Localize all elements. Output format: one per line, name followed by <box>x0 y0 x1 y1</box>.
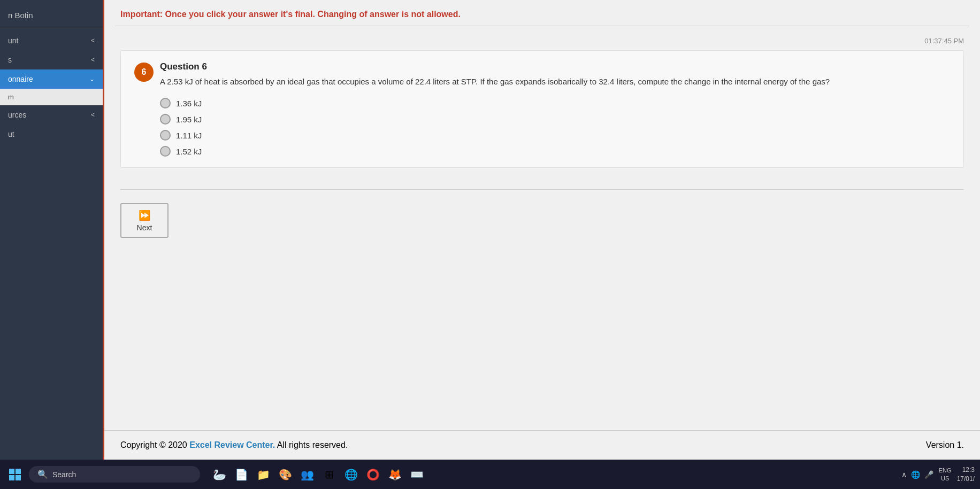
option-c-label: 1.11 kJ <box>176 131 202 140</box>
teams-icon: 👥 <box>301 468 314 481</box>
sidebar-item-unt[interactable]: unt < <box>0 31 103 50</box>
clock-date: 17/01/ <box>957 475 975 484</box>
rights-text: All rights reserved. <box>275 440 348 449</box>
option-c[interactable]: 1.11 kJ <box>160 130 950 141</box>
clock: 12:3 17/01/ <box>957 465 975 484</box>
radio-c[interactable] <box>160 130 171 141</box>
sidebar-user: n Botin <box>0 5 103 25</box>
sidebar-item-s[interactable]: s < <box>0 50 103 69</box>
colorwheel-icon: 🎨 <box>279 468 292 481</box>
win-sq-2 <box>16 469 21 474</box>
sidebar-divider <box>0 28 103 28</box>
file-icon: 📄 <box>235 468 248 481</box>
radio-a[interactable] <box>160 98 171 108</box>
chevron-icon: < <box>91 56 95 64</box>
taskbar-terminal-icon[interactable]: ⌨️ <box>407 465 426 484</box>
search-icon: 🔍 <box>37 469 48 479</box>
option-b-label: 1.95 kJ <box>176 115 202 124</box>
sidebar-item-label: onnaire <box>8 75 33 83</box>
question-text: A 2.53 kJ of heat is absorbed by an idea… <box>160 75 830 88</box>
sidebar-item-urces[interactable]: urces < <box>0 105 103 125</box>
important-notice: Important: Once you click your answer it… <box>120 10 964 19</box>
option-a-label: 1.36 kJ <box>176 99 202 108</box>
question-number-icon: 6 <box>134 63 154 82</box>
taskbar-fox-icon[interactable]: 🦊 <box>385 465 404 484</box>
taskbar-chrome-icon[interactable]: ⭕ <box>363 465 382 484</box>
tray-arrow-icon[interactable]: ∧ <box>901 470 907 479</box>
bird-icon: 🦢 <box>213 468 226 481</box>
main-content: Important: Once you click your answer it… <box>104 0 980 460</box>
lang-us: US <box>939 475 952 482</box>
option-d[interactable]: 1.52 kJ <box>160 146 950 157</box>
taskbar-colorwheel-icon[interactable]: 🎨 <box>275 465 295 484</box>
question-area: 01:37:45 PM 6 Question 6 A 2.53 kJ of he… <box>104 26 980 178</box>
footer-link[interactable]: Excel Review Center. <box>189 440 275 449</box>
taskbar-icons: 🦢 📄 📁 🎨 👥 ⊞ 🌐 ⭕ 🦊 ⌨️ <box>204 465 897 484</box>
search-bar[interactable]: 🔍 Search <box>29 466 200 483</box>
question-card: 6 Question 6 A 2.53 kJ of heat is absorb… <box>120 50 964 168</box>
button-area: ⏩ Next <box>104 200 980 249</box>
fox-icon: 🦊 <box>388 468 402 481</box>
terminal-icon: ⌨️ <box>410 468 424 481</box>
footer-version: Version 1. <box>926 440 964 450</box>
question-title: Question 6 <box>160 61 830 72</box>
radio-b[interactable] <box>160 114 171 125</box>
taskbar: 🔍 Search 🦢 📄 📁 🎨 👥 ⊞ 🌐 ⭕ 🦊 <box>0 460 980 489</box>
win-sq-4 <box>16 475 21 480</box>
timestamp: 01:37:45 PM <box>120 37 964 45</box>
options-list: 1.36 kJ 1.95 kJ 1.11 kJ 1.52 kJ <box>134 98 950 157</box>
win-sq-1 <box>9 469 14 474</box>
chevron-icon: < <box>91 111 95 119</box>
footer-copyright: Copyright © 2020 Excel Review Center. Al… <box>120 440 348 450</box>
question-header: 6 Question 6 A 2.53 kJ of heat is absorb… <box>134 61 950 88</box>
clock-time: 12:3 <box>957 465 975 475</box>
grid-icon: ⊞ <box>325 468 334 481</box>
taskbar-teams-icon[interactable]: 👥 <box>297 465 317 484</box>
start-button[interactable] <box>5 465 25 484</box>
taskbar-grid-icon[interactable]: ⊞ <box>319 465 339 484</box>
notice-area: Important: Once you click your answer it… <box>104 0 980 26</box>
taskbar-bird-icon[interactable]: 🦢 <box>210 465 229 484</box>
taskbar-right: ∧ 🌐 🎤 ENG US 12:3 17/01/ <box>901 465 975 484</box>
taskbar-edge-icon[interactable]: 🌐 <box>341 465 361 484</box>
windows-icon <box>9 469 21 480</box>
chrome-icon: ⭕ <box>366 468 380 481</box>
sidebar-item-label: ut <box>8 130 14 138</box>
next-label: Next <box>137 223 152 232</box>
footer: Copyright © 2020 Excel Review Center. Al… <box>104 430 980 460</box>
search-text: Search <box>52 470 76 479</box>
sidebar: n Botin unt < s < onnaire ⌄ m urces < ut <box>0 0 104 460</box>
radio-d[interactable] <box>160 146 171 157</box>
option-d-label: 1.52 kJ <box>176 147 202 156</box>
taskbar-folder-icon[interactable]: 📁 <box>254 465 273 484</box>
taskbar-file-icon[interactable]: 📄 <box>232 465 251 484</box>
next-arrow-icon: ⏩ <box>139 209 150 221</box>
sidebar-item-label: unt <box>8 36 18 45</box>
mic-icon[interactable]: 🎤 <box>924 470 933 479</box>
chevron-icon: < <box>91 37 95 44</box>
option-a[interactable]: 1.36 kJ <box>160 98 950 108</box>
win-sq-3 <box>9 475 14 480</box>
folder-icon: 📁 <box>257 468 270 481</box>
sidebar-item-label: s <box>8 56 12 64</box>
edge-icon: 🌐 <box>344 468 358 481</box>
sidebar-item-ut[interactable]: ut <box>0 125 103 144</box>
lang-eng: ENG <box>939 467 952 474</box>
copyright-text: Copyright © 2020 <box>120 440 189 449</box>
sidebar-label: m <box>8 93 14 101</box>
language-indicator: ENG US <box>939 467 952 482</box>
chevron-icon: ⌄ <box>89 75 95 83</box>
next-button[interactable]: ⏩ Next <box>120 203 169 238</box>
network-icon[interactable]: 🌐 <box>911 470 920 479</box>
divider-2 <box>120 189 964 190</box>
option-b[interactable]: 1.95 kJ <box>160 114 950 125</box>
sidebar-item-onnaire[interactable]: onnaire ⌄ <box>0 69 103 89</box>
system-tray: ∧ 🌐 🎤 <box>901 470 933 479</box>
sidebar-item-label: urces <box>8 111 26 119</box>
sidebar-item-m: m <box>0 89 103 105</box>
